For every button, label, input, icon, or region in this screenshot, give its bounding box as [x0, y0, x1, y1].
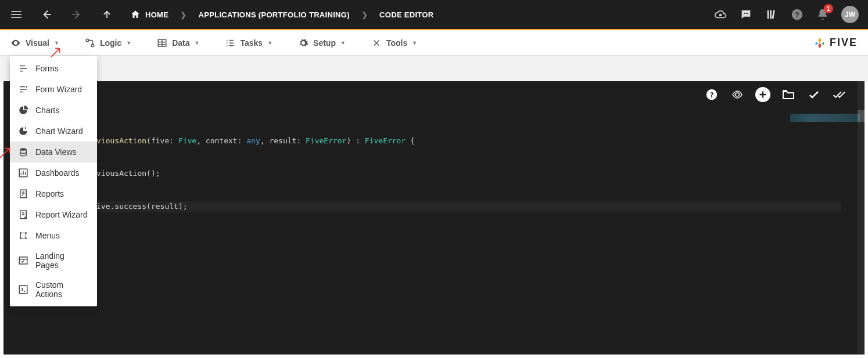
dropdown-label: Reports	[35, 189, 64, 198]
annotation-arrow-icon	[0, 146, 12, 159]
dropdown-label: Landing Pages	[35, 251, 89, 270]
breadcrumb-code-editor[interactable]: CODE EDITOR	[379, 10, 433, 19]
notifications-icon[interactable]: 1	[816, 8, 830, 21]
svg-point-10	[91, 44, 94, 47]
dropdown-label: Menus	[35, 231, 60, 240]
dropdown-reports[interactable]: Reports	[10, 183, 97, 204]
annotation-arrow-icon	[50, 46, 62, 58]
chevron-down-icon: ▼	[340, 40, 346, 46]
reports-icon	[18, 189, 28, 199]
hamburger-icon[interactable]	[9, 8, 23, 21]
home-icon	[130, 9, 141, 20]
menu-label: Tasks	[240, 38, 263, 48]
report-wizard-icon	[18, 209, 28, 220]
cloud-icon[interactable]	[713, 8, 727, 21]
chevron-down-icon: ▼	[412, 40, 417, 46]
svg-point-12	[20, 148, 27, 151]
chevron-right-icon: ❯	[361, 10, 368, 19]
avatar[interactable]: JW	[841, 6, 859, 23]
editor-open-icon[interactable]	[781, 87, 796, 102]
svg-point-18	[25, 232, 27, 234]
table-icon	[157, 38, 167, 48]
dropdown-label: Custom Actions	[35, 280, 89, 299]
menu-setup[interactable]: Setup ▼	[298, 38, 346, 48]
dropdown-data-views[interactable]: Data Views	[10, 142, 97, 162]
dropdown-custom-actions[interactable]: Custom Actions	[10, 275, 97, 304]
menu-tasks[interactable]: Tasks ▼	[225, 38, 272, 48]
svg-point-2	[745, 13, 747, 14]
code-token: FiveError	[306, 136, 346, 145]
back-arrow-icon[interactable]	[40, 8, 53, 21]
dropdown-label: Report Wizard	[35, 210, 87, 219]
svg-point-3	[747, 13, 748, 14]
svg-rect-20	[19, 257, 27, 264]
code-token: any	[246, 136, 260, 145]
tasks-icon	[225, 38, 235, 48]
dropdown-report-wizard[interactable]: Report Wizard	[10, 204, 97, 225]
svg-rect-5	[770, 10, 772, 19]
landing-pages-icon	[18, 255, 28, 266]
chevron-down-icon: ▼	[267, 40, 272, 46]
library-icon[interactable]	[765, 8, 779, 21]
substrip	[0, 56, 868, 81]
chevron-down-icon: ▼	[54, 40, 59, 46]
charts-icon	[18, 105, 28, 115]
menu-label: Logic	[100, 38, 121, 48]
code-token: ) :	[347, 136, 365, 145]
breadcrumb-label: CODE EDITOR	[379, 10, 433, 19]
code-token: viousAction();	[96, 169, 160, 178]
dropdown-menus[interactable]: Menus	[10, 225, 97, 246]
code-token: FiveError	[365, 136, 406, 145]
menu-data[interactable]: Data ▼	[157, 38, 199, 48]
visual-dropdown: Forms Form Wizard Charts Chart Wizard Da…	[10, 56, 97, 306]
dropdown-chart-wizard[interactable]: Chart Wizard	[10, 121, 97, 142]
dropdown-label: Forms	[35, 64, 59, 73]
logic-icon	[85, 38, 95, 48]
breadcrumb-applications[interactable]: APPLICATIONS (PORTFOLIO TRAINING)	[199, 10, 350, 19]
up-arrow-icon[interactable]	[100, 8, 114, 21]
code-content: viousAction(five: Five, context: any, re…	[96, 114, 841, 234]
menu-logic[interactable]: Logic ▼	[85, 38, 131, 48]
menu-tools[interactable]: Tools ▼	[371, 38, 417, 48]
svg-point-1	[744, 13, 745, 14]
code-token: , context:	[196, 136, 246, 145]
dropdown-label: Charts	[35, 106, 59, 115]
chevron-right-icon: ❯	[180, 10, 186, 19]
svg-rect-6	[772, 10, 775, 19]
dropdown-landing-pages[interactable]: Landing Pages	[10, 246, 97, 275]
chat-icon[interactable]	[739, 8, 753, 21]
tools-icon	[371, 38, 382, 48]
editor-check-icon[interactable]	[806, 87, 822, 102]
dropdown-forms[interactable]: Forms	[10, 58, 97, 79]
editor-help-icon[interactable]: ?	[704, 87, 719, 102]
help-icon[interactable]: ?	[790, 8, 804, 21]
custom-actions-icon	[18, 284, 28, 295]
forms-icon	[18, 63, 28, 74]
editor-check-all-icon[interactable]	[832, 87, 847, 102]
data-views-icon	[18, 147, 28, 157]
scrollbar-thumb[interactable]	[858, 110, 865, 122]
menu-label: Tools	[386, 38, 407, 48]
breadcrumb-home[interactable]: HOME	[130, 9, 168, 20]
minimap[interactable]	[790, 114, 860, 122]
brand-logo: FIVE	[813, 37, 858, 49]
dropdown-charts[interactable]: Charts	[10, 100, 97, 121]
editor-ai-icon[interactable]	[730, 87, 745, 102]
dashboards-icon	[18, 168, 28, 178]
menubar: Visual ▼ Logic ▼ Data ▼ Tasks ▼ Setup ▼ …	[0, 30, 868, 56]
menus-icon	[18, 230, 28, 241]
topbar: HOME ❯ APPLICATIONS (PORTFOLIO TRAINING)…	[0, 0, 868, 30]
eye-icon	[10, 38, 21, 48]
menu-label: Visual	[26, 38, 49, 48]
dropdown-form-wizard[interactable]: Form Wizard	[10, 79, 97, 100]
svg-text:?: ?	[709, 91, 714, 99]
chevron-down-icon: ▼	[195, 40, 200, 46]
code-token: , result:	[260, 136, 306, 145]
code-editor[interactable]: ? viousAction(five: Five, context: any, …	[3, 81, 865, 355]
menu-label: Data	[172, 38, 189, 48]
dropdown-label: Chart Wizard	[35, 126, 83, 136]
editor-add-icon[interactable]	[755, 87, 770, 102]
vertical-scrollbar[interactable]	[858, 81, 865, 355]
dropdown-dashboards[interactable]: Dashboards	[10, 162, 97, 183]
forward-arrow-icon	[70, 8, 84, 21]
